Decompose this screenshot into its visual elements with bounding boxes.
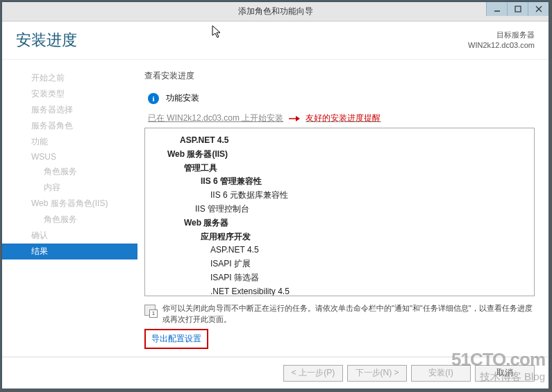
svg-marker-5: [296, 116, 300, 121]
sidebar-item-4: 功能: [2, 134, 137, 150]
sidebar: 开始之前安装类型服务器选择服务器角色功能WSUS角色服务内容Web 服务器角色(…: [2, 60, 137, 357]
info-label: 功能安装: [166, 92, 199, 104]
feature-item-7: 应用程序开发: [153, 230, 531, 244]
feature-item-1: Web 服务器(IIS): [153, 148, 531, 162]
status-text: 已在 WIN2k12.dc03.com 上开始安装: [148, 112, 283, 124]
sidebar-item-0: 开始之前: [2, 70, 137, 86]
feature-item-9: ISAPI 扩展: [153, 257, 531, 271]
section-title: 查看安装进度: [144, 70, 535, 82]
feature-item-11: .NET Extensibility 4.5: [153, 285, 531, 296]
feature-list[interactable]: ASP.NET 4.5Web 服务器(IIS)管理工具IIS 6 管理兼容性II…: [144, 128, 535, 296]
sidebar-item-7: 内容: [2, 180, 137, 196]
install-button[interactable]: 安装(I): [411, 365, 471, 382]
target-label: 目标服务器: [468, 30, 535, 40]
minimize-button[interactable]: [486, 2, 507, 16]
main-content: 查看安装进度 i 功能安装 已在 WIN2k12.dc03.com 上开始安装 …: [137, 60, 549, 357]
sidebar-item-11: 结果: [2, 244, 137, 259]
close-button[interactable]: [528, 2, 549, 16]
next-button[interactable]: 下一步(N) >: [347, 365, 407, 382]
footer: < 上一步(P) 下一步(N) > 安装(I) 取消: [2, 357, 549, 389]
window-buttons: [486, 2, 549, 16]
sidebar-item-6: 角色服务: [2, 164, 137, 180]
note-text: 你可以关闭此向导而不中断正在运行的任务。请依次单击命令栏中的"通知"和"任务详细…: [162, 303, 535, 325]
feature-item-8: ASP.NET 4.5: [153, 244, 531, 257]
feature-item-4: IIS 6 元数据库兼容性: [153, 189, 531, 203]
target-server-name: WIN2k12.dc03.com: [468, 40, 535, 51]
feature-item-0: ASP.NET 4.5: [153, 134, 531, 148]
svg-rect-1: [515, 6, 521, 12]
sidebar-item-1: 安装类型: [2, 86, 137, 102]
feature-item-5: IIS 管理控制台: [153, 203, 531, 216]
wizard-window: 添加角色和功能向导 安装进度 目标服务器 WIN2k12.dc03.com 开始…: [1, 1, 549, 389]
window-title: 添加角色和功能向导: [2, 6, 549, 17]
info-row: i 功能安装: [144, 92, 535, 104]
sidebar-item-9: 角色服务: [2, 212, 137, 228]
sidebar-item-8: Web 服务器角色(IIS): [2, 196, 137, 212]
note-row: 你可以关闭此向导而不中断正在运行的任务。请依次单击命令栏中的"通知"和"任务详细…: [144, 303, 535, 325]
maximize-button[interactable]: [507, 2, 528, 16]
feature-item-10: ISAPI 筛选器: [153, 271, 531, 285]
feature-item-3: IIS 6 管理兼容性: [153, 175, 531, 189]
prev-button[interactable]: < 上一步(P): [283, 365, 343, 382]
sidebar-item-3: 服务器角色: [2, 118, 137, 134]
titlebar: 添加角色和功能向导: [2, 2, 549, 22]
header: 安装进度 目标服务器 WIN2k12.dc03.com: [2, 22, 549, 60]
sidebar-item-2: 服务器选择: [2, 102, 137, 118]
annotation-arrow: [289, 114, 300, 123]
page-title: 安装进度: [16, 30, 77, 59]
status-row: 已在 WIN2k12.dc03.com 上开始安装 友好的安装进度提醒: [144, 112, 535, 124]
target-server-info: 目标服务器 WIN2k12.dc03.com: [468, 30, 535, 59]
cancel-button[interactable]: 取消: [475, 365, 535, 382]
sidebar-item-10: 确认: [2, 228, 137, 244]
annotation-text: 友好的安装进度提醒: [306, 112, 380, 124]
feature-item-6: Web 服务器: [153, 216, 531, 230]
body: 开始之前安装类型服务器选择服务器角色功能WSUS角色服务内容Web 服务器角色(…: [2, 60, 549, 357]
sidebar-item-5: WSUS: [2, 150, 137, 164]
feature-item-2: 管理工具: [153, 162, 531, 176]
info-icon: i: [148, 93, 159, 104]
export-config-link[interactable]: 导出配置设置: [144, 329, 208, 349]
notification-icon: [144, 305, 156, 316]
